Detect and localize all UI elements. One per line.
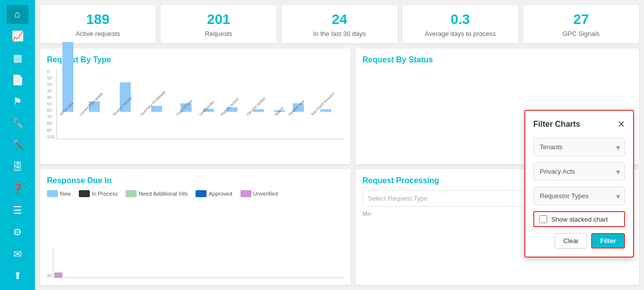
response-due-in-title: Response Due In: [47, 176, 344, 185]
requestor-types-dropdown[interactable]: Requestor Types: [533, 187, 625, 205]
legend-unverified: Unverified: [240, 190, 278, 197]
legend-new: New: [47, 190, 71, 197]
mini-y-axis: 90: [47, 248, 52, 278]
legend-approved: Approved: [196, 190, 232, 197]
legend-color-approved: [196, 190, 207, 197]
sidebar-item-hammer[interactable]: 🔨: [6, 136, 28, 155]
bar-label: Test DSAR Request: [310, 92, 350, 131]
y-axis: 100 90 80 70 60 50 40 30 20 10 0: [47, 69, 54, 139]
stat-requests-label: Requests: [205, 30, 232, 37]
filter-close-button[interactable]: ✕: [618, 119, 625, 130]
stat-last-30-days-value: 24: [332, 11, 347, 28]
stat-active-requests: 189 Active requests: [40, 5, 156, 43]
bar-group: Summary Of Dataaaa: [140, 106, 174, 138]
bar-group: Unsubscribe: [199, 109, 218, 139]
legend-label-unverified: Unverified: [253, 191, 278, 197]
legend-color-unverified: [240, 190, 251, 197]
main-content: 189 Active requests 201 Requests 24 In t…: [35, 0, 644, 290]
bar-group: Restrict Transfer: [112, 82, 138, 139]
bar-group: Appeal: [273, 110, 286, 139]
show-stacked-chart-label: Show stacked chart: [551, 216, 608, 223]
sidebar-item-list[interactable]: ☰: [6, 201, 28, 220]
request-by-type-card: Request By Type 100 90 80 70 60 50 40 30…: [40, 48, 351, 164]
stat-active-requests-label: Active requests: [76, 30, 120, 37]
stat-avg-days-label: Average days to process: [425, 30, 496, 37]
stat-requests-value: 201: [207, 11, 230, 28]
sidebar-item-cabinet[interactable]: 🗄: [6, 157, 28, 176]
mini-bar-unverified: [54, 273, 62, 278]
stat-last-30-days-label: In the last 30 days: [313, 30, 366, 37]
sidebar-item-help[interactable]: ❓: [6, 179, 28, 198]
request-by-type-title: Request By Type: [47, 55, 344, 64]
privacy-acts-dropdown-wrapper: Privacy Acts: [533, 162, 625, 181]
legend-label-in-process: In Process: [92, 191, 118, 197]
sidebar: ⌂ 📈 ▦ 📄 ⚑ 🔧 🔨 🗄 ❓ ☰ ⚙ ✉ ⬆: [0, 0, 35, 290]
stat-gpc-signals-label: GPC Signals: [563, 30, 600, 37]
clear-button[interactable]: Clear: [555, 233, 587, 249]
sidebar-item-settings[interactable]: ⚙: [6, 223, 28, 242]
sidebar-item-mail[interactable]: ✉: [6, 245, 28, 264]
sidebar-item-tool[interactable]: 🔧: [6, 114, 28, 133]
stat-gpc-signals-value: 27: [573, 11, 589, 28]
legend-color-in-process: [79, 190, 90, 197]
filter-charts-title: Filter Charts: [533, 120, 580, 129]
filter-button[interactable]: Filter: [591, 233, 625, 249]
request-by-status-title: Request By Status: [363, 55, 632, 64]
bar-chart: Delete dataCorrect Data updateRestrict T…: [56, 69, 344, 139]
filter-charts-modal: Filter Charts ✕ Tenants Privacy Acts Req…: [524, 110, 634, 258]
sidebar-item-upload[interactable]: ⬆: [6, 266, 28, 285]
stat-active-requests-value: 189: [86, 11, 110, 28]
stat-requests: 201 Requests: [161, 5, 276, 43]
show-stacked-chart-row: Show stacked chart: [533, 211, 625, 227]
bar-group: Opt-Out Update: [246, 109, 270, 138]
sidebar-item-chart[interactable]: 📈: [6, 27, 28, 46]
mini-bar-chart: [53, 248, 344, 278]
legend-label-approved: Approved: [209, 191, 232, 197]
stat-last-30-days: 24 In the last 30 days: [281, 5, 397, 43]
tenants-dropdown[interactable]: Tenants: [533, 138, 625, 156]
stat-avg-days-value: 0.3: [450, 11, 470, 28]
legend-label-need-additional-info: Need Additional Info: [139, 191, 188, 197]
legend-need-additional-info: Need Additional Info: [126, 190, 188, 197]
requestor-types-dropdown-wrapper: Requestor Types: [533, 187, 625, 205]
legend-color-new: [47, 190, 58, 197]
stats-row: 189 Active requests 201 Requests 24 In t…: [40, 5, 639, 43]
sidebar-item-home[interactable]: ⌂: [6, 5, 28, 24]
tenants-dropdown-wrapper: Tenants: [533, 138, 625, 156]
privacy-acts-dropdown[interactable]: Privacy Acts: [533, 162, 625, 181]
sidebar-item-document[interactable]: 📄: [6, 70, 28, 89]
show-stacked-chart-checkbox[interactable]: [539, 215, 547, 223]
filter-buttons: Clear Filter: [533, 233, 625, 249]
response-due-in-card: Response Due In New In Process Need Addi…: [40, 169, 351, 285]
sidebar-item-grid[interactable]: ▦: [6, 48, 28, 67]
bar-group: Test DSAR Request: [310, 109, 341, 138]
stat-gpc-signals: 27 GPC Signals: [523, 5, 639, 43]
stat-avg-days: 0.3 Average days to process: [403, 5, 518, 43]
legend-in-process: In Process: [79, 190, 118, 197]
legend-color-need-additional-info: [126, 190, 137, 197]
legend-label-new: New: [60, 191, 71, 197]
filter-modal-header: Filter Charts ✕: [533, 119, 625, 130]
bar-group: Delete data: [59, 42, 77, 139]
sidebar-item-flag[interactable]: ⚑: [6, 92, 28, 111]
legend: New In Process Need Additional Info Appr…: [47, 190, 344, 197]
